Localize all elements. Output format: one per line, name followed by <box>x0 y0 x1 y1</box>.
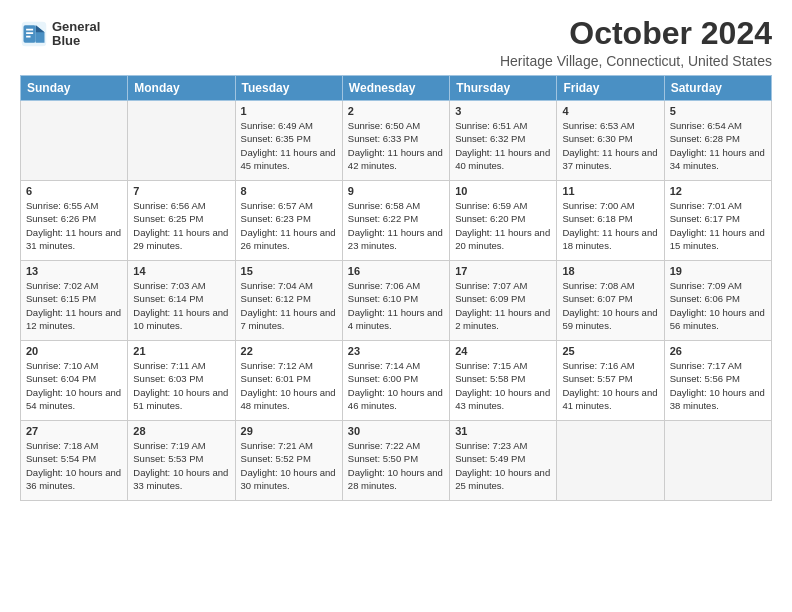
calendar-week-4: 20Sunrise: 7:10 AMSunset: 6:04 PMDayligh… <box>21 341 772 421</box>
calendar-cell: 19Sunrise: 7:09 AMSunset: 6:06 PMDayligh… <box>664 261 771 341</box>
cell-info: Sunrise: 7:07 AMSunset: 6:09 PMDaylight:… <box>455 279 551 332</box>
calendar-cell: 3Sunrise: 6:51 AMSunset: 6:32 PMDaylight… <box>450 101 557 181</box>
col-wednesday: Wednesday <box>342 76 449 101</box>
header-row: Sunday Monday Tuesday Wednesday Thursday… <box>21 76 772 101</box>
calendar-cell <box>128 101 235 181</box>
day-number: 27 <box>26 425 122 437</box>
calendar-cell: 26Sunrise: 7:17 AMSunset: 5:56 PMDayligh… <box>664 341 771 421</box>
day-number: 30 <box>348 425 444 437</box>
logo-icon <box>20 20 48 48</box>
day-number: 4 <box>562 105 658 117</box>
calendar-cell <box>557 421 664 501</box>
day-number: 20 <box>26 345 122 357</box>
day-number: 13 <box>26 265 122 277</box>
cell-info: Sunrise: 6:57 AMSunset: 6:23 PMDaylight:… <box>241 199 337 252</box>
cell-info: Sunrise: 6:51 AMSunset: 6:32 PMDaylight:… <box>455 119 551 172</box>
day-number: 31 <box>455 425 551 437</box>
calendar-cell: 28Sunrise: 7:19 AMSunset: 5:53 PMDayligh… <box>128 421 235 501</box>
col-monday: Monday <box>128 76 235 101</box>
cell-info: Sunrise: 7:11 AMSunset: 6:03 PMDaylight:… <box>133 359 229 412</box>
cell-info: Sunrise: 7:03 AMSunset: 6:14 PMDaylight:… <box>133 279 229 332</box>
col-thursday: Thursday <box>450 76 557 101</box>
day-number: 21 <box>133 345 229 357</box>
month-title: October 2024 <box>500 16 772 51</box>
cell-info: Sunrise: 7:15 AMSunset: 5:58 PMDaylight:… <box>455 359 551 412</box>
calendar-cell: 11Sunrise: 7:00 AMSunset: 6:18 PMDayligh… <box>557 181 664 261</box>
day-number: 1 <box>241 105 337 117</box>
calendar-cell: 13Sunrise: 7:02 AMSunset: 6:15 PMDayligh… <box>21 261 128 341</box>
day-number: 2 <box>348 105 444 117</box>
day-number: 18 <box>562 265 658 277</box>
calendar-cell: 21Sunrise: 7:11 AMSunset: 6:03 PMDayligh… <box>128 341 235 421</box>
cell-info: Sunrise: 7:17 AMSunset: 5:56 PMDaylight:… <box>670 359 766 412</box>
svg-rect-6 <box>26 36 30 38</box>
calendar-week-3: 13Sunrise: 7:02 AMSunset: 6:15 PMDayligh… <box>21 261 772 341</box>
calendar-cell: 5Sunrise: 6:54 AMSunset: 6:28 PMDaylight… <box>664 101 771 181</box>
cell-info: Sunrise: 7:14 AMSunset: 6:00 PMDaylight:… <box>348 359 444 412</box>
calendar-cell: 16Sunrise: 7:06 AMSunset: 6:10 PMDayligh… <box>342 261 449 341</box>
day-number: 5 <box>670 105 766 117</box>
day-number: 23 <box>348 345 444 357</box>
cell-info: Sunrise: 6:55 AMSunset: 6:26 PMDaylight:… <box>26 199 122 252</box>
day-number: 15 <box>241 265 337 277</box>
logo: General Blue <box>20 20 100 49</box>
day-number: 6 <box>26 185 122 197</box>
calendar-cell: 23Sunrise: 7:14 AMSunset: 6:00 PMDayligh… <box>342 341 449 421</box>
day-number: 17 <box>455 265 551 277</box>
cell-info: Sunrise: 6:58 AMSunset: 6:22 PMDaylight:… <box>348 199 444 252</box>
col-tuesday: Tuesday <box>235 76 342 101</box>
header: General Blue October 2024 Heritage Villa… <box>20 16 772 69</box>
cell-info: Sunrise: 6:49 AMSunset: 6:35 PMDaylight:… <box>241 119 337 172</box>
cell-info: Sunrise: 7:22 AMSunset: 5:50 PMDaylight:… <box>348 439 444 492</box>
calendar-cell: 18Sunrise: 7:08 AMSunset: 6:07 PMDayligh… <box>557 261 664 341</box>
day-number: 9 <box>348 185 444 197</box>
cell-info: Sunrise: 7:19 AMSunset: 5:53 PMDaylight:… <box>133 439 229 492</box>
calendar-cell: 8Sunrise: 6:57 AMSunset: 6:23 PMDaylight… <box>235 181 342 261</box>
col-saturday: Saturday <box>664 76 771 101</box>
day-number: 24 <box>455 345 551 357</box>
logo-line1: General <box>52 20 100 34</box>
calendar-week-1: 1Sunrise: 6:49 AMSunset: 6:35 PMDaylight… <box>21 101 772 181</box>
calendar-cell: 4Sunrise: 6:53 AMSunset: 6:30 PMDaylight… <box>557 101 664 181</box>
cell-info: Sunrise: 7:01 AMSunset: 6:17 PMDaylight:… <box>670 199 766 252</box>
cell-info: Sunrise: 7:04 AMSunset: 6:12 PMDaylight:… <box>241 279 337 332</box>
calendar-cell: 30Sunrise: 7:22 AMSunset: 5:50 PMDayligh… <box>342 421 449 501</box>
calendar-cell: 17Sunrise: 7:07 AMSunset: 6:09 PMDayligh… <box>450 261 557 341</box>
day-number: 16 <box>348 265 444 277</box>
cell-info: Sunrise: 6:54 AMSunset: 6:28 PMDaylight:… <box>670 119 766 172</box>
calendar-cell: 27Sunrise: 7:18 AMSunset: 5:54 PMDayligh… <box>21 421 128 501</box>
cell-info: Sunrise: 7:08 AMSunset: 6:07 PMDaylight:… <box>562 279 658 332</box>
cell-info: Sunrise: 7:06 AMSunset: 6:10 PMDaylight:… <box>348 279 444 332</box>
day-number: 26 <box>670 345 766 357</box>
logo-line2: Blue <box>52 34 100 48</box>
cell-info: Sunrise: 7:12 AMSunset: 6:01 PMDaylight:… <box>241 359 337 412</box>
calendar-cell: 2Sunrise: 6:50 AMSunset: 6:33 PMDaylight… <box>342 101 449 181</box>
calendar-week-2: 6Sunrise: 6:55 AMSunset: 6:26 PMDaylight… <box>21 181 772 261</box>
cell-info: Sunrise: 7:23 AMSunset: 5:49 PMDaylight:… <box>455 439 551 492</box>
day-number: 8 <box>241 185 337 197</box>
cell-info: Sunrise: 7:18 AMSunset: 5:54 PMDaylight:… <box>26 439 122 492</box>
cell-info: Sunrise: 6:56 AMSunset: 6:25 PMDaylight:… <box>133 199 229 252</box>
calendar-cell: 12Sunrise: 7:01 AMSunset: 6:17 PMDayligh… <box>664 181 771 261</box>
calendar-cell: 14Sunrise: 7:03 AMSunset: 6:14 PMDayligh… <box>128 261 235 341</box>
calendar-cell: 7Sunrise: 6:56 AMSunset: 6:25 PMDaylight… <box>128 181 235 261</box>
cell-info: Sunrise: 7:10 AMSunset: 6:04 PMDaylight:… <box>26 359 122 412</box>
calendar-cell: 10Sunrise: 6:59 AMSunset: 6:20 PMDayligh… <box>450 181 557 261</box>
day-number: 22 <box>241 345 337 357</box>
day-number: 11 <box>562 185 658 197</box>
calendar-week-5: 27Sunrise: 7:18 AMSunset: 5:54 PMDayligh… <box>21 421 772 501</box>
cell-info: Sunrise: 7:02 AMSunset: 6:15 PMDaylight:… <box>26 279 122 332</box>
day-number: 3 <box>455 105 551 117</box>
day-number: 10 <box>455 185 551 197</box>
location-title: Heritage Village, Connecticut, United St… <box>500 53 772 69</box>
title-block: October 2024 Heritage Village, Connectic… <box>500 16 772 69</box>
svg-rect-4 <box>26 29 33 31</box>
day-number: 29 <box>241 425 337 437</box>
cell-info: Sunrise: 7:21 AMSunset: 5:52 PMDaylight:… <box>241 439 337 492</box>
calendar-cell: 6Sunrise: 6:55 AMSunset: 6:26 PMDaylight… <box>21 181 128 261</box>
col-sunday: Sunday <box>21 76 128 101</box>
cell-info: Sunrise: 6:53 AMSunset: 6:30 PMDaylight:… <box>562 119 658 172</box>
cell-info: Sunrise: 6:59 AMSunset: 6:20 PMDaylight:… <box>455 199 551 252</box>
cell-info: Sunrise: 7:00 AMSunset: 6:18 PMDaylight:… <box>562 199 658 252</box>
calendar-cell <box>21 101 128 181</box>
